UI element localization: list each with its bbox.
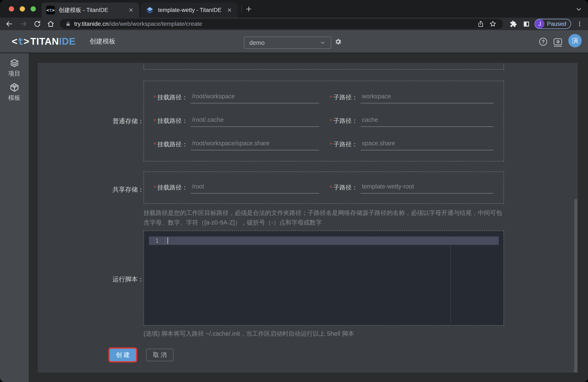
sub-path-input[interactable]: template-wetty-root: [361, 182, 493, 194]
required-marker: *: [154, 141, 157, 148]
scrolled-section-box: [144, 63, 504, 70]
address-bar[interactable]: try.titanide.cn/ide/web/workspace/templa…: [60, 19, 503, 29]
forward-icon[interactable]: [19, 19, 28, 28]
mount-path-input[interactable]: /root/workspace: [191, 92, 319, 103]
new-tab-button[interactable]: [244, 4, 253, 14]
required-marker: *: [154, 118, 157, 125]
editor-line-number: 1: [149, 237, 165, 245]
sidebar-item-label: 模板: [8, 94, 21, 102]
sub-path-input[interactable]: space.share: [361, 139, 493, 150]
console-settings-icon[interactable]: [553, 37, 562, 46]
normal-storage-box: * 挂载路径： /root/workspace * 子路径： workspace…: [144, 81, 504, 161]
required-marker: *: [330, 184, 333, 191]
editor-column-ruler: [450, 245, 451, 324]
page-title: 创建模板: [89, 37, 115, 46]
shared-storage-box: * 挂载路径： /root * 子路径： template-wetty-root: [144, 172, 504, 204]
back-icon[interactable]: [5, 19, 14, 28]
user-avatar[interactable]: 演: [568, 34, 582, 47]
normal-storage-label: 普通存储：: [112, 117, 144, 126]
url-host: try.titanide.cn: [74, 21, 108, 27]
screen: <t> 创建模板 - TitanIDE template-wetty - Tit…: [0, 0, 588, 382]
template-favicon: [146, 6, 154, 15]
mount-path-input[interactable]: /root/workspace/space.share: [191, 139, 319, 150]
titanide-logo[interactable]: <t>TITANIDE: [12, 36, 76, 47]
workspace-select-value: demo: [249, 39, 319, 46]
sub-path-label: 子路径：: [333, 117, 358, 125]
sidebar-item-label: 项目: [8, 69, 21, 78]
home-icon[interactable]: [46, 19, 55, 28]
profile-status: Paused: [545, 21, 571, 27]
scrollbar-thumb[interactable]: [574, 199, 577, 373]
cube-icon: [10, 83, 19, 92]
close-tab-icon[interactable]: [127, 6, 135, 14]
titanide-favicon: <t>: [46, 6, 55, 15]
mount-path-label: 挂载路径：: [157, 117, 188, 125]
mount-path-label: 挂载路径：: [157, 93, 188, 102]
run-script-label: 运行脚本：: [112, 275, 144, 284]
tab-title: template-wetty - TitanIDE: [158, 7, 226, 13]
minimize-window-button[interactable]: [20, 6, 25, 12]
editor-active-line: 1: [149, 237, 499, 245]
layers-icon: [10, 58, 19, 68]
mount-path-label: 挂载路径：: [157, 140, 188, 149]
app-body: 项目 模板 普通存储： * 挂载路径： /root/workspace: [0, 53, 588, 382]
close-window-button[interactable]: [9, 6, 14, 12]
bookmark-star-icon[interactable]: [488, 19, 498, 28]
sub-path-input[interactable]: cache: [361, 115, 493, 127]
mount-path-input[interactable]: /root: [191, 182, 319, 194]
mount-path-label: 挂载路径：: [157, 183, 188, 192]
extensions-puzzle-icon[interactable]: [509, 19, 518, 28]
required-marker: *: [330, 118, 333, 125]
sub-path-label: 子路径：: [333, 93, 358, 102]
url-path: /ide/web/workspace/template/create: [108, 21, 202, 27]
storage-row: * 挂载路径： /root * 子路径： template-wetty-root: [144, 176, 504, 199]
help-icon[interactable]: ?: [539, 37, 547, 46]
sidebar: 项目 模板: [0, 53, 29, 382]
storage-row: * 挂载路径： /root/workspace/space.share * 子路…: [144, 133, 504, 156]
click-target-annotation: 创 建: [108, 347, 137, 362]
reload-icon[interactable]: [33, 19, 42, 28]
share-icon[interactable]: [476, 19, 485, 28]
profile-paused-button[interactable]: J Paused: [535, 19, 571, 29]
tab-search-chevron-icon[interactable]: [575, 5, 583, 13]
sub-path-input[interactable]: workspace: [361, 92, 493, 103]
create-button[interactable]: 创 建: [110, 349, 136, 361]
lock-icon[interactable]: [65, 21, 71, 27]
required-marker: *: [330, 141, 333, 148]
storage-row: * 挂载路径： /root/.cache * 子路径： cache: [144, 109, 504, 133]
window-controls: [9, 6, 36, 12]
required-marker: *: [154, 94, 157, 101]
close-tab-icon[interactable]: [226, 6, 233, 14]
path-rules-hint: 挂载路径是您的工作区目标路径，必须是合法的文件夹路径；子路径名是网络存储源子路径…: [144, 208, 505, 227]
mount-path-input[interactable]: /root/.cache: [191, 115, 319, 127]
workspace-select[interactable]: demo: [244, 37, 331, 49]
sidebar-item-templates[interactable]: 模板: [0, 83, 29, 99]
script-editor[interactable]: 1: [144, 231, 504, 326]
form-panel: 普通存储： * 挂载路径： /root/workspace * 子路径： wor…: [38, 63, 578, 373]
workspace-settings-gear-icon[interactable]: [334, 37, 342, 46]
tab-title: 创建模板 - TitanIDE: [59, 6, 127, 14]
cancel-button[interactable]: 取 消: [146, 349, 173, 361]
sub-path-label: 子路径：: [333, 183, 358, 192]
script-hint: (选填) 脚本将写入路径 ~/.cache/.init，当工作区启动时自动运行以…: [144, 330, 354, 338]
required-marker: *: [330, 94, 333, 101]
sub-path-label: 子路径：: [333, 140, 358, 149]
tab-divider: [241, 5, 242, 13]
profile-avatar: J: [535, 19, 545, 28]
app-header: <t>TITANIDE 创建模板 demo ? 演: [0, 30, 588, 53]
browser-window: <t> 创建模板 - TitanIDE template-wetty - Tit…: [0, 0, 588, 382]
editor-caret: [168, 238, 168, 244]
tab-template-wetty[interactable]: template-wetty - TitanIDE: [141, 2, 238, 18]
tab-create-template[interactable]: <t> 创建模板 - TitanIDE: [42, 2, 139, 18]
chevron-down-icon: [319, 40, 326, 46]
browser-toolbar: try.titanide.cn/ide/web/workspace/templa…: [0, 18, 588, 30]
zoom-window-button[interactable]: [31, 6, 36, 12]
sidebar-item-projects[interactable]: 项目: [0, 58, 29, 75]
required-marker: *: [154, 184, 157, 191]
tab-strip: <t> 创建模板 - TitanIDE template-wetty - Tit…: [0, 0, 588, 18]
storage-row: * 挂载路径： /root/workspace * 子路径： workspace: [144, 86, 504, 109]
browser-menu-kebab-icon[interactable]: [575, 19, 584, 28]
shared-storage-label: 共享存储：: [112, 185, 144, 194]
side-panel-icon[interactable]: [522, 19, 531, 28]
